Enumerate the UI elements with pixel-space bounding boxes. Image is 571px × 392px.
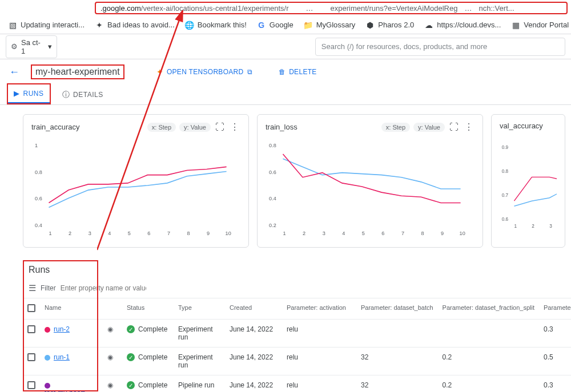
bookmark-item[interactable]: ⬢Pharos 2.0 (365, 21, 414, 30)
row-checkbox[interactable] (27, 325, 35, 333)
url-tail: nch::Vert... (478, 4, 514, 13)
svg-text:10: 10 (226, 231, 231, 236)
table-row: run-1◉✓CompleteExperiment runJune 14, 20… (23, 347, 571, 375)
bookmark-item[interactable]: GGoogle (257, 21, 293, 30)
check-icon: ✓ (127, 325, 135, 333)
svg-text:10: 10 (460, 231, 465, 236)
cell-created: June 14, 2022 (225, 347, 282, 375)
run-name-link[interactable]: run-2 (54, 325, 70, 333)
runs-heading: Runs (23, 261, 571, 281)
chart-title: train_accuracy (31, 123, 80, 131)
col-activation[interactable]: Parameter: activation (282, 298, 356, 320)
project-selector[interactable]: ⚙ Sa ct-1 ▾ (6, 35, 57, 58)
search-placeholder: Search (/) for resources, docs, products… (321, 42, 487, 51)
col-name[interactable]: Name (40, 298, 103, 320)
visibility-icon[interactable]: ◉ (107, 381, 113, 389)
run-name-link[interactable]: run-1 (54, 353, 70, 361)
bookmark-icon: ▦ (511, 21, 520, 30)
bookmark-item[interactable]: ▧Updating interacti... (8, 21, 85, 30)
visibility-icon[interactable]: ◉ (107, 325, 113, 333)
chart-y-pill[interactable]: y: Value (413, 123, 445, 132)
runs-table: Name Status Type Created Parameter: acti… (23, 298, 571, 392)
col-batch[interactable]: Parameter: dataset_batch (356, 298, 438, 320)
svg-text:5: 5 (128, 231, 131, 236)
fullscreen-icon[interactable]: ⛶ (448, 122, 460, 132)
search-input[interactable]: Search (/) for resources, docs, products… (315, 38, 565, 56)
run-color-dot (45, 355, 50, 361)
cell-split (438, 320, 539, 347)
tab-details[interactable]: ⓘ DETAILS (57, 85, 109, 104)
run-name-link[interactable]: test-my-heart-experiment-pipeline-run (45, 389, 90, 392)
cell-batch: 32 (356, 375, 438, 393)
svg-text:4: 4 (108, 231, 111, 236)
svg-text:3: 3 (549, 224, 552, 229)
console-header: ⚙ Sa ct-1 ▾ Search (/) for resources, do… (0, 34, 571, 59)
svg-text:0.6: 0.6 (35, 196, 42, 201)
cloud-icon: ☁ (424, 21, 433, 30)
bookmarks-bar: ▧Updating interacti... ✦Bad ideas to avo… (0, 16, 571, 34)
chart-svg: 10.80.60.4 12345678910 (31, 136, 240, 239)
row-checkbox[interactable] (27, 381, 35, 389)
trash-icon: 🗑 (279, 68, 286, 76)
svg-text:2: 2 (69, 231, 71, 236)
svg-text:0.4: 0.4 (269, 196, 276, 201)
status-badge: ✓Complete (127, 381, 169, 389)
chart-y-pill[interactable]: y: Value (179, 123, 211, 132)
svg-text:8: 8 (187, 231, 190, 236)
bookmark-item[interactable]: 📁MyGlossary (304, 21, 356, 30)
filter-input[interactable] (61, 284, 146, 292)
browser-url-row: .google.com /vertex-ai/locations/us-cent… (0, 0, 571, 16)
cell-activation: relu (282, 375, 356, 393)
chart-x-pill[interactable]: x: Step (147, 123, 176, 132)
svg-text:0.4: 0.4 (35, 223, 42, 228)
bookmark-icon: ✦ (95, 21, 104, 30)
col-created[interactable]: Created (225, 298, 282, 320)
select-all-checkbox[interactable] (27, 304, 35, 312)
cell-type: Experiment run (174, 347, 225, 375)
cell-activation: relu (282, 320, 356, 347)
bookmark-icon: ▧ (8, 21, 17, 30)
chart-x-pill[interactable]: x: Step (381, 123, 410, 132)
project-name: Sa ct-1 (21, 38, 45, 55)
open-tensorboard-button[interactable]: ✦ OPEN TENSORBOARD ⧉ (156, 67, 252, 76)
tabs: ▶ RUNS ⓘ DETAILS (0, 84, 571, 105)
bookmark-item[interactable]: ▦Vendor Portal (511, 21, 569, 30)
row-checkbox[interactable] (27, 353, 35, 361)
cell-dropout: 0.3 (539, 320, 571, 347)
bookmark-item[interactable]: 🌐Bookmark this! (185, 21, 247, 30)
gear-icon: ⚙ (11, 42, 18, 51)
more-icon[interactable]: ⋮ (229, 122, 240, 132)
more-icon[interactable]: ⋮ (463, 122, 475, 132)
col-status[interactable]: Status (122, 298, 174, 320)
col-dropout[interactable]: Parameter: dropout_rate (539, 298, 571, 320)
back-button[interactable]: ← (7, 64, 22, 80)
bookmark-item[interactable]: ✦Bad ideas to avoid... (95, 21, 175, 30)
chart-train-loss: train_loss x: Step y: Value ⛶ ⋮ 0.80.60.… (257, 114, 483, 248)
svg-text:3: 3 (89, 231, 91, 236)
info-icon: ⓘ (62, 90, 70, 100)
delete-button[interactable]: 🗑 DELETE (279, 68, 317, 76)
fullscreen-icon[interactable]: ⛶ (214, 122, 226, 132)
chevron-down-icon: ▾ (48, 42, 52, 51)
tab-runs[interactable]: ▶ RUNS (8, 84, 50, 103)
cell-activation: relu (282, 347, 356, 375)
col-type[interactable]: Type (174, 298, 225, 320)
url-bar[interactable]: .google.com /vertex-ai/locations/us-cent… (95, 2, 568, 14)
svg-text:0.8: 0.8 (269, 143, 276, 148)
col-split[interactable]: Parameter: dataset_fraction_split (438, 298, 539, 320)
svg-text:1: 1 (514, 224, 517, 229)
cell-type: Pipeline run (174, 375, 225, 393)
check-icon: ✓ (127, 381, 135, 389)
svg-text:8: 8 (421, 231, 424, 236)
svg-text:3: 3 (323, 231, 325, 236)
svg-text:0.6: 0.6 (502, 217, 509, 222)
svg-text:6: 6 (147, 231, 150, 236)
tensorboard-icon: ✦ (156, 67, 163, 76)
svg-text:0.9: 0.9 (502, 145, 509, 150)
chart-svg: 0.90.80.70.6 123 (500, 134, 557, 236)
visibility-icon[interactable]: ◉ (107, 353, 113, 361)
svg-text:7: 7 (401, 231, 404, 236)
url-host: .google.com (100, 4, 141, 13)
filter-icon[interactable]: ☰ (29, 283, 36, 293)
bookmark-item[interactable]: ☁https://cloud.devs... (424, 21, 501, 30)
